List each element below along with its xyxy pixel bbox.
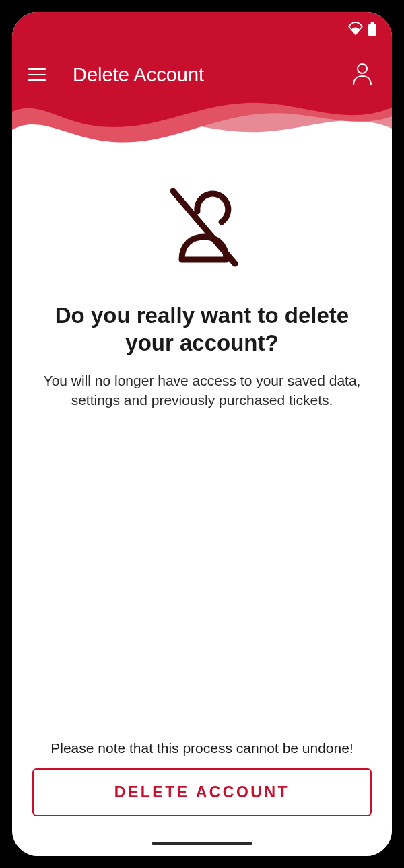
user-crossed-icon: [152, 184, 252, 275]
profile-button[interactable]: [351, 63, 376, 87]
confirmation-subtext: You will no longer have access to your s…: [32, 371, 372, 410]
status-bar: [347, 22, 377, 36]
system-nav-bar: [12, 830, 392, 856]
user-icon: [351, 63, 373, 85]
app-header: Delete Account: [12, 12, 392, 153]
home-indicator[interactable]: [152, 842, 252, 845]
battery-icon: [368, 22, 377, 36]
warning-text: Please note that this process cannot be …: [50, 740, 353, 756]
main-content: Do you really want to delete your accoun…: [12, 153, 392, 830]
svg-rect-1: [371, 22, 374, 24]
page-title: Delete Account: [73, 64, 351, 86]
confirmation-heading: Do you really want to delete your accoun…: [32, 301, 372, 357]
svg-point-2: [358, 64, 367, 73]
menu-button[interactable]: [28, 63, 53, 87]
svg-rect-0: [368, 24, 376, 36]
wifi-icon: [347, 22, 364, 36]
delete-account-button[interactable]: DELETE ACCOUNT: [32, 768, 372, 816]
